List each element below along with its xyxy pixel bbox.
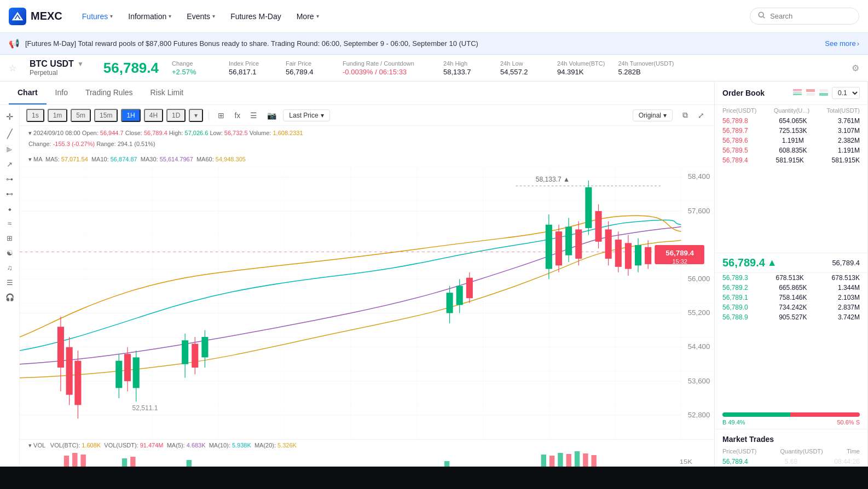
chart-open-value: 56,944.7	[100, 130, 124, 136]
vol-ma5-value: 4.683K	[187, 442, 206, 449]
svg-text:56,000: 56,000	[688, 275, 710, 283]
tab-trading-rules[interactable]: Trading Rules	[77, 82, 142, 104]
headphone-tool[interactable]: 🎧	[3, 291, 16, 304]
timeframe-more-dropdown[interactable]: ▾	[189, 109, 203, 122]
fullscreen-icon[interactable]: ⤢	[695, 109, 708, 122]
split-view-icon[interactable]: ⧉	[679, 108, 691, 122]
favorite-star-icon[interactable]: ☆	[9, 63, 16, 73]
templates-icon[interactable]: ☰	[247, 109, 261, 122]
svg-rect-75	[80, 455, 85, 467]
zigzag-tool[interactable]: ≈	[5, 217, 14, 230]
ticker-price: 56,789.4	[103, 60, 159, 77]
ob-ask-row[interactable]: 56,789.6 1.191M 2.382M	[715, 136, 867, 145]
svg-rect-37	[192, 344, 198, 368]
ob-bid-row[interactable]: 56,788.9 905.527K 3.742M	[715, 312, 867, 322]
chart-high-value: 57,026.6	[185, 130, 209, 136]
info-chevron-icon: ▾	[169, 13, 171, 19]
nav-more[interactable]: More ▾	[290, 9, 326, 24]
symbol-dropdown-icon[interactable]: ▼	[77, 60, 84, 68]
crosshair-tool[interactable]: ✛	[4, 109, 15, 124]
see-more-link[interactable]: See more ›	[825, 39, 859, 48]
depth-buy-bar	[722, 412, 790, 417]
camera-icon[interactable]: 📷	[264, 109, 280, 122]
toolbar-separator-1	[209, 110, 209, 120]
nav-information[interactable]: Information ▾	[121, 9, 178, 24]
nav-futures[interactable]: Futures ▾	[76, 9, 119, 24]
indicator-tool[interactable]: ☯	[4, 247, 15, 259]
svg-text:57,600: 57,600	[688, 207, 710, 215]
depth-sell-label: 50.6% S	[837, 419, 860, 426]
svg-text:55,200: 55,200	[688, 308, 710, 317]
ticker-funding-rate: Funding Rate / Countdown -0.0039% / 06:1…	[343, 60, 430, 76]
ticker-settings-icon[interactable]: ⚙	[852, 63, 859, 73]
lock-tool[interactable]: ⊶	[4, 173, 15, 185]
svg-text:52,511.1: 52,511.1	[132, 405, 158, 412]
svg-rect-61	[615, 240, 622, 267]
list-tool[interactable]: ☰	[4, 276, 15, 289]
timeframe-5m[interactable]: 5m	[71, 109, 91, 122]
events-chevron-icon: ▾	[212, 13, 215, 19]
svg-text:52,800: 52,800	[688, 411, 710, 419]
svg-text:58,400: 58,400	[688, 173, 710, 181]
ob-ask-row[interactable]: 56,789.8 654.065K 3.761M	[715, 116, 867, 126]
svg-rect-43	[456, 286, 463, 305]
tab-chart[interactable]: Chart	[9, 82, 47, 104]
ray-tool[interactable]: ↗	[4, 158, 15, 171]
chart-canvas[interactable]: 58,400 57,600 56,000 55,200 54,400 53,60…	[20, 167, 714, 439]
ticker-turnover: 24h Turnover(USDT) 5.282B	[618, 60, 674, 76]
ob-layout-both-icon[interactable]	[792, 89, 802, 98]
logo[interactable]: MEXC	[9, 8, 62, 25]
ob-bid-row[interactable]: 56,789.0 734.242K 2.837M	[715, 302, 867, 312]
ob-ask-row[interactable]: 56,789.7 725.153K 3.107M	[715, 126, 867, 136]
qty-precision-select[interactable]: 0.1 1 10	[832, 87, 860, 99]
svg-rect-90	[793, 94, 802, 95]
tab-info[interactable]: Info	[47, 82, 77, 104]
ob-layout-sell-icon[interactable]	[806, 89, 815, 98]
ob-bid-row[interactable]: 56,789.2 665.865K 1.344M	[715, 283, 867, 293]
search-box[interactable]	[750, 8, 859, 25]
timeframe-1d[interactable]: 1D	[166, 109, 186, 122]
timeframe-15m[interactable]: 15m	[94, 109, 118, 122]
search-input[interactable]	[770, 12, 847, 20]
svg-line-3	[763, 16, 765, 18]
price-type-selector[interactable]: Last Price ▾	[283, 109, 329, 121]
timeframe-1m[interactable]: 1m	[48, 109, 68, 122]
dot-tool[interactable]: ⬥	[5, 202, 14, 215]
svg-rect-83	[566, 454, 571, 467]
order-book-title: Order Book	[722, 89, 765, 97]
ticker-volume-btc: 24h Volume(BTC) 94.391K	[557, 60, 605, 76]
ticker-symbol-name[interactable]: BTC USDT ▼	[30, 59, 84, 69]
ob-ask-row[interactable]: 56,789.4 581.915K 581.915K	[715, 155, 867, 165]
timeframe-4h[interactable]: 4H	[144, 109, 163, 122]
svg-rect-88	[793, 89, 802, 91]
ob-ask-row[interactable]: 56,789.5 608.835K 1.191M	[715, 145, 867, 155]
timeframe-1h[interactable]: 1H	[121, 109, 140, 122]
svg-text:54,400: 54,400	[688, 343, 710, 351]
ticker-fair-price: Fair Price 56,789.4	[286, 60, 329, 76]
pattern-tool[interactable]: ⊞	[4, 232, 15, 245]
music-tool[interactable]: ♫	[5, 261, 15, 274]
order-book-depth-labels: B 49.4% 50.6% S	[722, 419, 860, 426]
view-mode-selector[interactable]: Original ▾	[633, 109, 673, 121]
indicator-icon[interactable]: fx	[231, 109, 244, 122]
chart-info-row-1: ▾ 2024/09/10 08:00 Open: 56,944.7 Close:…	[20, 126, 714, 152]
svg-text:15K: 15K	[680, 458, 692, 465]
nav-futures-mday[interactable]: Futures M-Day	[224, 9, 288, 24]
candle-style-icon[interactable]: ⊞	[215, 109, 228, 122]
tab-risk-limit[interactable]: Risk Limit	[142, 82, 193, 104]
ob-col-qty: Quantity(U...)	[774, 107, 809, 114]
timeframe-1s[interactable]: 1s	[26, 109, 44, 122]
svg-rect-89	[793, 91, 802, 92]
ob-layout-buy-icon[interactable]	[819, 89, 829, 98]
ob-bid-row[interactable]: 56,789.3 678.513K 678.513K	[715, 273, 867, 283]
nav-events[interactable]: Events ▾	[180, 9, 222, 24]
trade-col-time: Time	[847, 448, 860, 455]
ob-bid-row[interactable]: 56,789.1 758.146K 2.103M	[715, 293, 867, 302]
channel-tool[interactable]: ⫸	[4, 143, 15, 156]
line-tool[interactable]: ╱	[5, 126, 15, 141]
link-tool[interactable]: ⊷	[4, 188, 15, 200]
market-trade-row[interactable]: 56,789.4 5.68 08:44:26	[715, 457, 867, 467]
svg-rect-31	[124, 354, 131, 381]
order-book-depth: B 49.4% 50.6% S	[715, 409, 867, 429]
svg-rect-35	[182, 341, 188, 365]
